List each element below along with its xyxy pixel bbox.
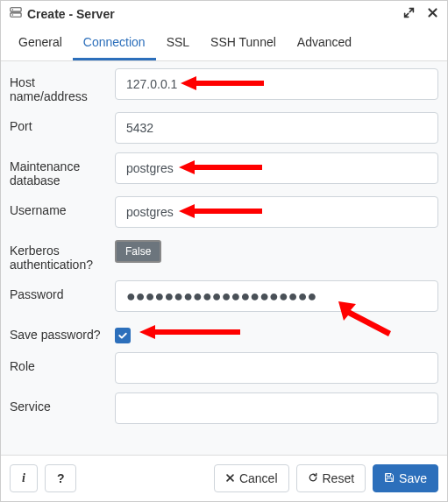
save-label: Save xyxy=(399,471,427,485)
host-input[interactable] xyxy=(115,68,438,100)
server-icon xyxy=(10,6,22,21)
form-area: Host name/address Port Maintenance datab… xyxy=(1,61,447,455)
close-icon[interactable] xyxy=(427,7,438,21)
reset-button[interactable]: Reset xyxy=(296,464,366,492)
save-icon xyxy=(384,471,395,485)
label-savepw: Save password? xyxy=(10,321,115,342)
save-button[interactable]: Save xyxy=(373,464,438,492)
dialog-footer: i ? Cancel Reset Save xyxy=(1,455,447,501)
svg-rect-1 xyxy=(11,13,21,17)
row-role: Role xyxy=(10,352,438,384)
row-maintdb: Maintenance database xyxy=(10,152,438,187)
annotation-arrow xyxy=(139,321,245,343)
label-password: Password xyxy=(10,280,115,301)
label-maintdb: Maintenance database xyxy=(10,152,115,187)
row-username: Username xyxy=(10,196,438,228)
svg-point-3 xyxy=(12,14,13,15)
help-icon: ? xyxy=(57,471,65,485)
info-icon: i xyxy=(22,471,25,485)
label-host: Host name/address xyxy=(10,68,115,103)
role-input[interactable] xyxy=(115,352,438,384)
tab-ssl[interactable]: SSL xyxy=(156,26,200,60)
tabs: General Connection SSL SSH Tunnel Advanc… xyxy=(1,26,447,61)
row-host: Host name/address xyxy=(10,68,438,103)
dialog-titlebar: Create - Server xyxy=(1,1,447,26)
tab-connection[interactable]: Connection xyxy=(73,26,156,60)
label-service: Service xyxy=(10,392,115,414)
svg-point-2 xyxy=(12,9,13,10)
svg-marker-8 xyxy=(139,325,240,339)
row-password: Password xyxy=(10,280,438,312)
cancel-button[interactable]: Cancel xyxy=(214,464,289,492)
tab-advanced[interactable]: Advanced xyxy=(287,26,362,60)
maintdb-input[interactable] xyxy=(115,152,438,184)
row-port: Port xyxy=(10,112,438,144)
password-input[interactable] xyxy=(115,280,438,312)
create-server-dialog: Create - Server General Connection SSL S… xyxy=(0,0,448,502)
reset-icon xyxy=(308,471,318,485)
title-actions xyxy=(395,7,438,21)
label-username: Username xyxy=(10,196,115,217)
maximize-icon[interactable] xyxy=(403,7,418,21)
username-input[interactable] xyxy=(115,196,438,228)
kerberos-toggle[interactable]: False xyxy=(115,240,161,263)
reset-label: Reset xyxy=(323,471,355,485)
help-button[interactable]: ? xyxy=(45,464,77,492)
svg-rect-0 xyxy=(11,8,21,11)
dialog-title: Create - Server xyxy=(27,7,395,21)
row-service: Service xyxy=(10,392,438,424)
port-input[interactable] xyxy=(115,112,438,144)
tab-general[interactable]: General xyxy=(8,26,73,60)
info-button[interactable]: i xyxy=(10,464,38,492)
label-port: Port xyxy=(10,112,115,133)
label-kerberos: Kerberos authentication? xyxy=(10,237,115,272)
cancel-label: Cancel xyxy=(239,471,278,485)
service-input[interactable] xyxy=(115,392,438,424)
row-savepw: Save password? xyxy=(10,321,438,343)
label-role: Role xyxy=(10,352,115,373)
tab-ssh-tunnel[interactable]: SSH Tunnel xyxy=(200,26,287,60)
close-icon xyxy=(225,471,235,485)
row-kerberos: Kerberos authentication? False xyxy=(10,237,438,272)
savepw-checkbox[interactable] xyxy=(115,328,131,343)
